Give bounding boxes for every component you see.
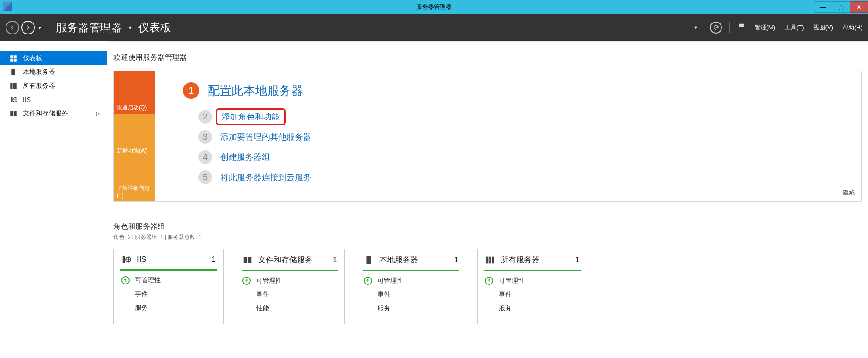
svg-rect-0	[10, 55, 13, 58]
svg-rect-19	[492, 256, 494, 263]
window-titlebar: 服务器管理器 — ▢ ✕	[0, 0, 868, 14]
sidebar-item-all-servers[interactable]: 所有服务器	[0, 79, 107, 93]
status-up-icon	[121, 276, 130, 284]
menu-view[interactable]: 视图(V)	[813, 23, 833, 32]
tile-row-manageability[interactable]: 可管理性	[485, 277, 580, 285]
sidebar-item-label: IIS	[23, 96, 31, 103]
step-configure-local[interactable]: 1 配置此本地服务器	[183, 82, 834, 99]
menu-help[interactable]: 帮助(H)	[842, 23, 862, 32]
step-number: 1	[183, 82, 199, 99]
svg-rect-6	[13, 83, 15, 89]
sidebar-item-label: 仪表板	[23, 54, 42, 63]
step-add-roles[interactable]: 2 添加角色和功能	[198, 110, 834, 124]
highlight-box: 添加角色和功能	[216, 108, 286, 125]
breadcrumb-separator-icon: •	[129, 23, 132, 33]
tile-row-events[interactable]: 事件	[256, 290, 337, 299]
tile-row-manageability[interactable]: 可管理性	[364, 277, 458, 285]
svg-rect-16	[366, 256, 371, 264]
tab-learnmore[interactable]: 了解详细信息(L)	[114, 158, 155, 201]
tab-whatsnew[interactable]: 新增功能(W)	[114, 114, 155, 158]
chevron-right-icon: ▷	[96, 111, 100, 117]
tile-count: 1	[212, 255, 216, 264]
tile-name: 文件和存储服务	[258, 255, 313, 265]
step-text: 配置此本地服务器	[208, 83, 303, 99]
tile-storage[interactable]: 文件和存储服务 1 可管理性 事件 性能	[235, 249, 345, 324]
welcome-steps: 1 配置此本地服务器 2 添加角色和功能 3 添加要管理的其他服务器 4 创建服…	[155, 71, 861, 201]
step-text: 创建服务器组	[220, 152, 270, 163]
roles-section-header: 角色和服务器组 角色: 2 | 服务器组: 1 | 服务器总数: 1	[113, 222, 862, 241]
roles-subtitle: 角色: 2 | 服务器组: 1 | 服务器总数: 1	[113, 233, 862, 241]
tile-row-services[interactable]: 服务	[135, 304, 216, 312]
svg-rect-11	[14, 111, 17, 116]
maximize-button[interactable]: ▢	[832, 1, 850, 13]
svg-rect-3	[14, 59, 17, 62]
tile-row-services[interactable]: 服务	[378, 304, 458, 313]
svg-rect-1	[14, 55, 17, 58]
storage-icon	[242, 255, 253, 265]
sidebar-item-iis[interactable]: IIS	[0, 93, 107, 107]
step-number: 5	[198, 170, 212, 184]
tile-name: IIS	[137, 255, 147, 264]
roles-tiles: IIS 1 可管理性 事件 服务 文件和存储服务 1 可管理性 事件 性能	[113, 249, 862, 324]
breadcrumb-app: 服务器管理器	[56, 20, 122, 35]
tile-count: 1	[333, 256, 337, 265]
svg-rect-5	[10, 83, 12, 89]
tile-local-server[interactable]: 本地服务器 1 可管理性 事件 服务	[356, 249, 466, 324]
svg-rect-10	[10, 111, 13, 116]
tile-row-events[interactable]: 事件	[378, 290, 458, 299]
tile-row-events[interactable]: 事件	[499, 290, 580, 299]
header-menus: 管理(M) 工具(T) 视图(V) 帮助(H)	[755, 23, 863, 32]
nav-back-button[interactable]	[6, 21, 19, 34]
minimize-button[interactable]: —	[814, 1, 832, 13]
svg-rect-7	[15, 83, 17, 89]
menu-manage[interactable]: 管理(M)	[755, 23, 776, 32]
tile-name: 所有服务器	[501, 255, 540, 265]
header-dropdown-icon[interactable]: ▼	[694, 25, 698, 30]
sidebar-item-label: 本地服务器	[23, 68, 55, 76]
roles-title: 角色和服务器组	[113, 222, 862, 232]
step-connect-cloud[interactable]: 5 将此服务器连接到云服务	[198, 170, 834, 184]
tile-row-events[interactable]: 事件	[135, 290, 216, 298]
tile-row-performance[interactable]: 性能	[256, 304, 337, 313]
iis-icon	[9, 96, 17, 104]
sidebar-item-storage[interactable]: 文件和存储服务 ▷	[0, 107, 107, 120]
tab-quickstart[interactable]: 快速启动(Q)	[114, 71, 155, 114]
notifications-flag-icon[interactable]	[737, 22, 747, 34]
all-servers-icon	[485, 255, 495, 265]
dashboard-icon	[9, 54, 17, 63]
svg-rect-17	[486, 256, 489, 263]
sidebar-item-local-server[interactable]: 本地服务器	[0, 65, 107, 79]
tile-name: 本地服务器	[379, 255, 418, 265]
svg-rect-4	[11, 69, 15, 75]
step-number: 4	[198, 150, 212, 164]
tile-status-bar	[242, 270, 338, 271]
step-create-group[interactable]: 4 创建服务器组	[198, 150, 834, 164]
close-button[interactable]: ✕	[850, 1, 868, 13]
hide-link[interactable]: 隐藏	[843, 188, 855, 197]
svg-rect-12	[123, 256, 125, 263]
sidebar: 仪表板 本地服务器 所有服务器 IIS 文件和存储服务 ▷	[0, 41, 107, 358]
app-icon	[3, 2, 12, 11]
nav-forward-button[interactable]	[21, 21, 35, 34]
step-text: 将此服务器连接到云服务	[220, 172, 311, 183]
tile-all-servers[interactable]: 所有服务器 1 可管理性 事件 服务	[477, 249, 587, 324]
svg-rect-15	[248, 257, 251, 263]
tile-count: 1	[575, 256, 580, 265]
status-up-icon	[242, 277, 251, 285]
tile-count: 1	[454, 256, 458, 265]
window-controls: — ▢ ✕	[814, 1, 868, 13]
menu-tools[interactable]: 工具(T)	[784, 23, 804, 32]
tile-row-manageability[interactable]: 可管理性	[121, 276, 216, 284]
step-text: 添加角色和功能	[220, 110, 281, 124]
tile-iis[interactable]: IIS 1 可管理性 事件 服务	[113, 249, 224, 324]
step-number: 3	[198, 130, 212, 144]
tile-row-manageability[interactable]: 可管理性	[242, 277, 337, 285]
main-content: 欢迎使用服务器管理器 快速启动(Q) 新增功能(W) 了解详细信息(L) 1 配…	[107, 41, 868, 358]
svg-rect-2	[10, 59, 13, 62]
svg-rect-18	[489, 256, 491, 263]
tile-row-services[interactable]: 服务	[499, 304, 580, 313]
nav-history-dropdown-icon[interactable]: ▼	[38, 25, 42, 30]
step-add-servers[interactable]: 3 添加要管理的其他服务器	[198, 130, 834, 144]
refresh-button[interactable]	[710, 22, 722, 34]
sidebar-item-dashboard[interactable]: 仪表板	[0, 51, 107, 65]
